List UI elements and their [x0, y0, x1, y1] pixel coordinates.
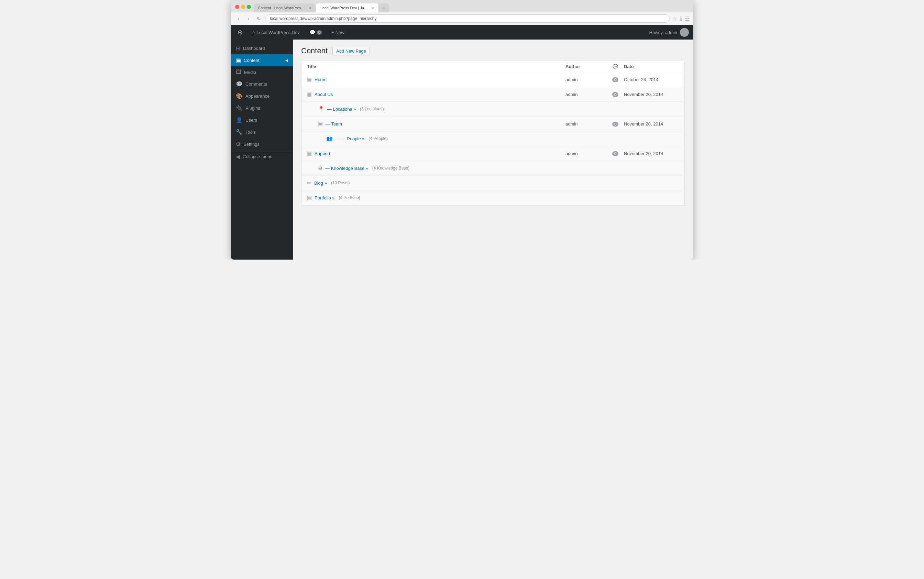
- tab2-close[interactable]: ✕: [371, 6, 374, 10]
- portfolio-link[interactable]: Portfolio »: [315, 195, 335, 200]
- content-area: Content Add New Page Title Author 💬 Date…: [293, 39, 693, 260]
- table-row: ▣ Support admin 0 November 20, 2014: [302, 146, 684, 161]
- sidebar-item-dashboard-label: Dashboard: [243, 46, 265, 51]
- page-icon: ▣: [307, 150, 312, 157]
- admin-bar-new[interactable]: + New: [330, 29, 346, 36]
- sidebar-item-plugins-label: Plugins: [245, 106, 260, 111]
- sidebar-item-media-label: Media: [244, 70, 256, 75]
- admin-bar-home[interactable]: ⌂ Local WordPress Dev: [250, 28, 302, 36]
- about-link[interactable]: About Us: [315, 92, 333, 97]
- tab2-label: Local WordPress Dev | Jus…: [320, 6, 369, 10]
- sidebar-item-users[interactable]: 👤 Users: [231, 114, 293, 126]
- blog-icon: ✏: [307, 180, 312, 186]
- comment-icon: 💬: [309, 29, 315, 35]
- people-meta: (4 People): [369, 136, 388, 141]
- sidebar-item-dashboard[interactable]: ⊞ Dashboard: [231, 42, 293, 54]
- sidebar-item-content[interactable]: ▣ Content ◀: [231, 54, 293, 66]
- team-link[interactable]: — Team: [325, 121, 342, 126]
- media-icon: 🖼: [236, 69, 241, 75]
- team-date: November 20, 2014: [624, 121, 679, 126]
- menu-icon[interactable]: ☰: [685, 15, 690, 22]
- tools-icon: 🔧: [236, 129, 243, 136]
- main-layout: ⊞ Dashboard ▣ Content ◀ 🖼 Media 💬 Commen…: [231, 39, 693, 260]
- refresh-button[interactable]: ↻: [255, 15, 263, 22]
- row-title-team: ▣ — Team: [307, 121, 565, 127]
- howdy-text: Howdy, admin: [649, 30, 677, 35]
- minimize-button[interactable]: [241, 5, 245, 9]
- team-author: admin: [565, 121, 607, 126]
- home-link[interactable]: Home: [315, 77, 327, 82]
- sidebar-item-appearance[interactable]: 🎨 Appearance: [231, 90, 293, 102]
- page-header: Content Add New Page: [301, 46, 685, 56]
- page-icon: ▣: [307, 91, 312, 97]
- people-link[interactable]: — — People »: [336, 136, 365, 141]
- forward-button[interactable]: ›: [245, 15, 252, 22]
- sidebar-item-comments-label: Comments: [245, 82, 267, 87]
- support-date: November 20, 2014: [624, 151, 679, 156]
- row-title-blog: ✏ Blog » (10 Posts): [307, 180, 565, 186]
- tab1-label: Content · Local WordPress…: [258, 6, 307, 10]
- sidebar-item-media[interactable]: 🖼 Media: [231, 66, 293, 78]
- add-new-page-button[interactable]: Add New Page: [332, 47, 370, 56]
- knowledge-link[interactable]: — Knowledge Base »: [325, 166, 368, 171]
- globe-icon: ⊕: [318, 165, 322, 171]
- row-title-locations: 📍 — Locations » (3 Locations): [307, 106, 565, 112]
- sidebar-item-tools[interactable]: 🔧 Tools: [231, 126, 293, 138]
- content-icon: ▣: [236, 57, 241, 64]
- close-button[interactable]: [235, 5, 239, 9]
- col-comments: 💬: [607, 64, 624, 69]
- sidebar-item-plugins[interactable]: 🔌 Plugins: [231, 102, 293, 114]
- about-date: November 20, 2014: [624, 92, 679, 97]
- admin-bar-right: Howdy, admin: [649, 28, 689, 37]
- page-title: Content: [301, 46, 328, 56]
- col-author: Author: [565, 64, 607, 69]
- home-date: October 23, 2014: [624, 77, 679, 82]
- content-arrow: ◀: [285, 59, 288, 62]
- wp-logo[interactable]: ⊕: [235, 28, 245, 37]
- address-text: local.wordpress.dev/wp-admin/admin.php?p…: [270, 16, 377, 21]
- sidebar-item-settings[interactable]: ⚙ Settings: [231, 138, 293, 150]
- col-title: Title: [307, 64, 565, 69]
- comments-count: 0: [317, 30, 322, 35]
- maximize-button[interactable]: [247, 5, 251, 9]
- portfolio-meta: (4 Portfolio): [339, 195, 360, 200]
- row-title-knowledge: ⊕ — Knowledge Base » (4 Knowledge Base): [307, 165, 565, 171]
- sidebar: ⊞ Dashboard ▣ Content ◀ 🖼 Media 💬 Commen…: [231, 39, 293, 260]
- browser-tabs: Content · Local WordPress… ✕ Local WordP…: [254, 3, 389, 12]
- bookmark-icon[interactable]: ☆: [673, 15, 677, 22]
- sidebar-item-appearance-label: Appearance: [245, 93, 269, 99]
- row-title-home: ▣ Home: [307, 76, 565, 82]
- admin-bar-comments[interactable]: 💬 0: [307, 28, 324, 36]
- team-comments: 0: [607, 121, 624, 126]
- window-controls: [235, 5, 251, 12]
- plugins-icon: 🔌: [236, 105, 243, 111]
- browser-tab-2[interactable]: Local WordPress Dev | Jus… ✕: [316, 3, 378, 12]
- blog-link[interactable]: Blog »: [314, 180, 327, 186]
- support-link[interactable]: Support: [315, 151, 330, 156]
- group-icon: 👥: [326, 136, 333, 142]
- dashboard-icon: ⊞: [236, 45, 240, 52]
- info-icon[interactable]: ℹ: [680, 15, 682, 22]
- page-icon: ▣: [307, 76, 312, 82]
- locations-link[interactable]: — Locations »: [327, 106, 356, 112]
- row-title-people: 👥 — — People » (4 People): [307, 136, 565, 142]
- browser-tab-1[interactable]: Content · Local WordPress… ✕: [254, 3, 315, 12]
- sidebar-collapse[interactable]: ◀ Collapse menu: [231, 152, 293, 163]
- tab1-close[interactable]: ✕: [309, 6, 312, 10]
- table-row: ▤ Portfolio » (4 Portfolio): [302, 190, 684, 205]
- wp-admin-bar: ⊕ ⌂ Local WordPress Dev 💬 0 + New Howdy,…: [231, 25, 693, 39]
- sidebar-item-comments[interactable]: 💬 Comments: [231, 78, 293, 90]
- home-icon: ⌂: [252, 29, 255, 35]
- sidebar-item-content-label: Content: [244, 58, 260, 63]
- avatar[interactable]: [680, 28, 689, 37]
- address-bar[interactable]: local.wordpress.dev/wp-admin/admin.php?p…: [265, 15, 669, 23]
- locations-meta: (3 Locations): [360, 106, 384, 111]
- sidebar-item-users-label: Users: [245, 118, 257, 123]
- appearance-icon: 🎨: [236, 93, 243, 99]
- home-comments: 0: [607, 77, 624, 82]
- new-label: + New: [332, 30, 344, 35]
- table-row: ✏ Blog » (10 Posts): [302, 176, 684, 190]
- back-button[interactable]: ‹: [234, 15, 242, 22]
- new-tab-button[interactable]: +: [379, 3, 389, 12]
- row-title-about: ▣ About Us: [307, 91, 565, 97]
